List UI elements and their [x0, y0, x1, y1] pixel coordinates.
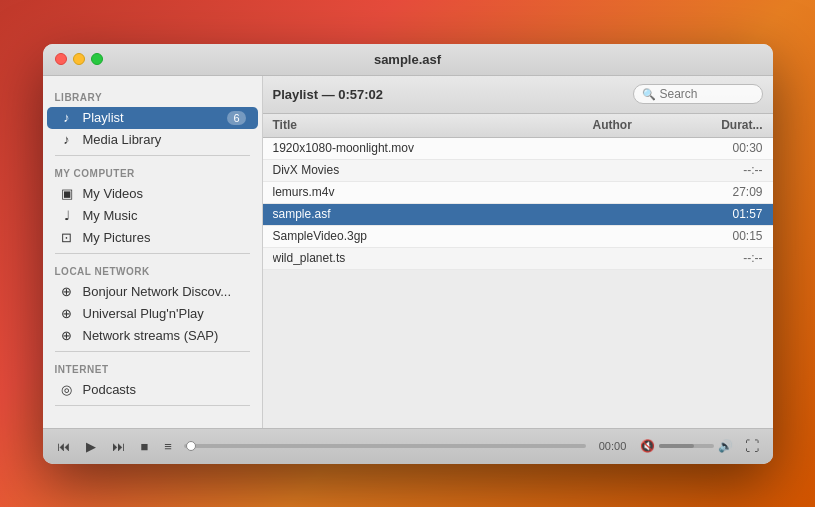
sidebar-label-2: My Pictures: [83, 230, 246, 245]
cell-title: wild_planet.ts: [273, 251, 593, 265]
sidebar-label-1: Media Library: [83, 132, 246, 147]
sidebar-icon-0: ⊕: [59, 284, 75, 300]
cell-duration: 00:15: [693, 229, 763, 243]
playlist-button[interactable]: ≡: [160, 437, 176, 456]
search-box: 🔍: [633, 84, 763, 104]
sidebar-section-header-3: INTERNET: [43, 356, 262, 379]
content-header: Playlist — 0:57:02 🔍: [263, 76, 773, 114]
cell-duration: 01:57: [693, 207, 763, 221]
sidebar-icon-2: ⊕: [59, 328, 75, 344]
search-input[interactable]: [660, 87, 754, 101]
cell-duration: 00:30: [693, 141, 763, 155]
fullscreen-button[interactable]: ⛶: [741, 436, 763, 456]
sidebar-icon-1: ♪: [59, 132, 75, 148]
playlist-title: Playlist — 0:57:02: [273, 87, 623, 102]
divider-2: [55, 351, 250, 352]
sidebar-label-0: Playlist: [83, 110, 220, 125]
sidebar-label-0: Podcasts: [83, 382, 246, 397]
sidebar-item-local-network-1[interactable]: ⊕Universal Plug'n'Play: [47, 303, 258, 325]
volume-bar[interactable]: [659, 444, 714, 448]
time-display: 00:00: [594, 440, 632, 452]
sidebar-label-1: My Music: [83, 208, 246, 223]
sidebar-section-header-2: LOCAL NETWORK: [43, 258, 262, 281]
volume-high-icon: 🔊: [718, 439, 733, 453]
sidebar-icon-0: ◎: [59, 382, 75, 398]
divider-1: [55, 253, 250, 254]
divider-0: [55, 155, 250, 156]
divider-3: [55, 405, 250, 406]
volume-icon: 🔇: [640, 439, 655, 453]
cell-title: DivX Movies: [273, 163, 593, 177]
cell-title: lemurs.m4v: [273, 185, 593, 199]
col-title: Title: [273, 118, 593, 132]
window-title: sample.asf: [374, 52, 441, 67]
rewind-button[interactable]: ⏮: [53, 437, 74, 456]
content-pane: Playlist — 0:57:02 🔍 Title Author Durat.…: [263, 76, 773, 428]
cell-duration: --:--: [693, 163, 763, 177]
minimize-button[interactable]: [73, 53, 85, 65]
table-row[interactable]: lemurs.m4v27:09: [263, 182, 773, 204]
sidebar-icon-1: ⊕: [59, 306, 75, 322]
table-body: 1920x1080-moonlight.mov00:30DivX Movies-…: [263, 138, 773, 428]
sidebar-item-library-0[interactable]: ♪Playlist6: [47, 107, 258, 129]
volume-fill: [659, 444, 695, 448]
cell-duration: 27:09: [693, 185, 763, 199]
sidebar-icon-0: ▣: [59, 186, 75, 202]
sidebar-section-header-1: MY COMPUTER: [43, 160, 262, 183]
sidebar-item-my-computer-1[interactable]: ♩My Music: [47, 205, 258, 227]
playback-bar: ⏮ ▶ ⏭ ■ ≡ 00:00 🔇 🔊 ⛶: [43, 428, 773, 464]
titlebar: sample.asf: [43, 44, 773, 76]
search-icon: 🔍: [642, 88, 656, 101]
forward-button[interactable]: ⏭: [108, 437, 129, 456]
sidebar-label-0: Bonjour Network Discov...: [83, 284, 246, 299]
progress-dot: [186, 441, 196, 451]
table-row[interactable]: DivX Movies--:--: [263, 160, 773, 182]
table-row[interactable]: sample.asf01:57: [263, 204, 773, 226]
col-author: Author: [593, 118, 693, 132]
sidebar-badge-0: 6: [227, 111, 245, 125]
sidebar-icon-1: ♩: [59, 208, 75, 224]
sidebar-label-1: Universal Plug'n'Play: [83, 306, 246, 321]
table-row[interactable]: wild_planet.ts--:--: [263, 248, 773, 270]
play-button[interactable]: ▶: [82, 437, 100, 456]
table-row[interactable]: SampleVideo.3gp00:15: [263, 226, 773, 248]
sidebar-item-local-network-0[interactable]: ⊕Bonjour Network Discov...: [47, 281, 258, 303]
sidebar-icon-0: ♪: [59, 110, 75, 126]
main-area: LIBRARY♪Playlist6♪Media LibraryMY COMPUT…: [43, 76, 773, 428]
traffic-lights: [55, 53, 103, 65]
sidebar-label-0: My Videos: [83, 186, 246, 201]
sidebar-item-my-computer-2[interactable]: ⊡My Pictures: [47, 227, 258, 249]
col-duration: Durat...: [693, 118, 763, 132]
progress-bar[interactable]: [184, 444, 586, 448]
sidebar-item-local-network-2[interactable]: ⊕Network streams (SAP): [47, 325, 258, 347]
cell-title: sample.asf: [273, 207, 593, 221]
stop-button[interactable]: ■: [137, 437, 153, 456]
table-header: Title Author Durat...: [263, 114, 773, 138]
sidebar-item-internet-0[interactable]: ◎Podcasts: [47, 379, 258, 401]
cell-duration: --:--: [693, 251, 763, 265]
sidebar-icon-2: ⊡: [59, 230, 75, 246]
maximize-button[interactable]: [91, 53, 103, 65]
volume-control: 🔇 🔊: [640, 439, 733, 453]
sidebar-item-my-computer-0[interactable]: ▣My Videos: [47, 183, 258, 205]
cell-title: 1920x1080-moonlight.mov: [273, 141, 593, 155]
sidebar: LIBRARY♪Playlist6♪Media LibraryMY COMPUT…: [43, 76, 263, 428]
table-row[interactable]: 1920x1080-moonlight.mov00:30: [263, 138, 773, 160]
cell-title: SampleVideo.3gp: [273, 229, 593, 243]
sidebar-item-library-1[interactable]: ♪Media Library: [47, 129, 258, 151]
close-button[interactable]: [55, 53, 67, 65]
sidebar-label-2: Network streams (SAP): [83, 328, 246, 343]
main-window: sample.asf LIBRARY♪Playlist6♪Media Libra…: [43, 44, 773, 464]
sidebar-section-header-0: LIBRARY: [43, 84, 262, 107]
